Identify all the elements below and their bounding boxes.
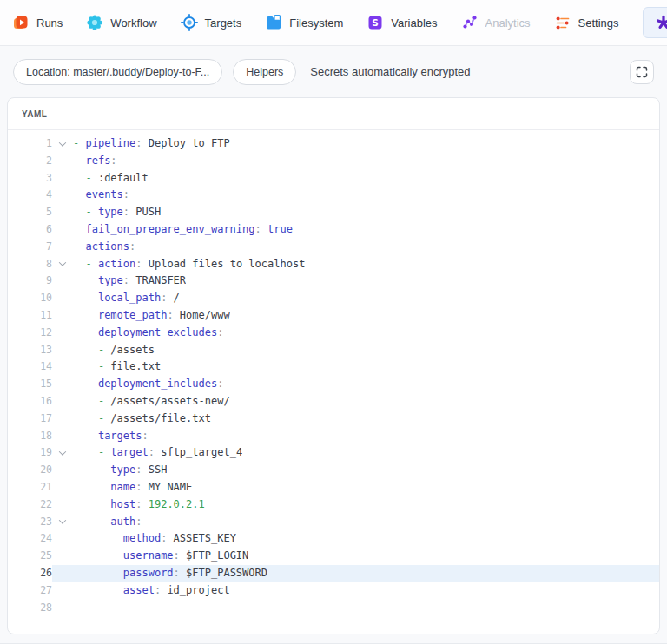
helpers-button[interactable]: Helpers	[233, 59, 296, 85]
code-text: - :default	[73, 170, 149, 187]
code-line[interactable]: 11 remote_path: Home/www	[8, 307, 659, 325]
code-text: type: SSH	[73, 462, 167, 479]
fold-spacer	[52, 376, 73, 393]
runs-icon	[12, 14, 30, 31]
code-line[interactable]: 26 password: $FTP_PASSWORD	[8, 565, 659, 582]
line-number: 1	[8, 135, 52, 153]
nav-item-variables[interactable]: S Variables	[367, 14, 437, 31]
line-number: 16	[8, 393, 52, 411]
line-number: 6	[8, 221, 52, 239]
code-line[interactable]: 4 events:	[8, 187, 659, 204]
code-text: refs:	[73, 153, 117, 170]
fold-spacer	[52, 358, 73, 376]
code-text: deployment_excludes:	[73, 325, 223, 342]
line-number: 22	[8, 496, 52, 514]
code-line[interactable]: 10 local_path: /	[8, 290, 659, 307]
code-line[interactable]: 9 type: TRANSFER	[8, 273, 659, 290]
code-line[interactable]: 21 name: MY NAME	[8, 479, 659, 496]
nav-item-workflow[interactable]: Workflow	[86, 14, 156, 31]
code-text: - file.txt	[73, 358, 161, 376]
nav-item-analytics[interactable]: Analytics	[461, 14, 531, 31]
code-line[interactable]: 13 - /assets	[8, 342, 659, 359]
line-number: 23	[8, 514, 52, 531]
line-number: 27	[8, 582, 52, 600]
nav-item-targets[interactable]: Targets	[181, 14, 242, 31]
code-line[interactable]: 3 - :default	[8, 170, 659, 187]
nav-item-yaml[interactable]: YAML	[643, 7, 667, 38]
line-number: 10	[8, 290, 52, 307]
code-line[interactable]: 12 deployment_excludes:	[8, 325, 659, 342]
analytics-icon	[461, 14, 479, 31]
code-editor[interactable]: 1- pipeline: Deploy to FTP2 refs:3 - :de…	[8, 130, 659, 616]
code-line[interactable]: 28	[8, 600, 659, 617]
code-line[interactable]: 8 - action: Upload files to localhost	[8, 256, 659, 273]
fold-spacer	[52, 342, 73, 359]
code-lines: 1- pipeline: Deploy to FTP2 refs:3 - :de…	[8, 135, 659, 616]
code-text: host: 192.0.2.1	[73, 496, 205, 514]
nav-label: Analytics	[485, 16, 531, 30]
fold-spacer	[52, 273, 73, 290]
code-line[interactable]: 19 - target: sftp_target_4	[8, 444, 659, 462]
code-line[interactable]: 23 auth:	[8, 514, 659, 531]
nav-item-runs[interactable]: Runs	[12, 14, 63, 31]
fold-chevron-icon[interactable]	[52, 444, 73, 462]
location-button[interactable]: Location: master/.buddy/Deploy-to-F...	[13, 59, 222, 85]
code-text: password: $FTP_PASSWORD	[73, 565, 267, 582]
line-number: 11	[8, 307, 52, 325]
code-line[interactable]: 18 targets:	[8, 428, 659, 445]
code-line[interactable]: 25 username: $FTP_LOGIN	[8, 548, 659, 565]
code-text: remote_path: Home/www	[73, 307, 230, 325]
code-line[interactable]: 5 - type: PUSH	[8, 204, 659, 221]
code-text: - /assets	[73, 342, 155, 359]
code-line[interactable]: 22 host: 192.0.2.1	[8, 496, 659, 514]
code-text: local_path: /	[73, 290, 180, 307]
code-text: type: TRANSFER	[73, 273, 186, 290]
nav-item-settings[interactable]: Settings	[554, 14, 619, 31]
fold-chevron-icon[interactable]	[52, 135, 73, 153]
code-line[interactable]: 27 asset: id_project	[8, 582, 659, 600]
line-number: 3	[8, 170, 52, 187]
code-line[interactable]: 2 refs:	[8, 153, 659, 170]
code-line[interactable]: 24 method: ASSETS_KEY	[8, 530, 659, 548]
line-number: 17	[8, 411, 52, 428]
code-line[interactable]: 7 actions:	[8, 239, 659, 256]
fold-spacer	[52, 565, 73, 582]
yaml-icon	[655, 14, 667, 31]
nav-label: Settings	[578, 16, 619, 30]
fold-spacer	[52, 170, 73, 187]
code-line[interactable]: 15 deployment_includes:	[8, 376, 659, 393]
nav-label: Targets	[205, 16, 242, 30]
nav-item-filesystem[interactable]: Filesystem	[265, 14, 343, 31]
code-text: targets:	[73, 428, 149, 445]
fullscreen-button[interactable]	[630, 60, 654, 84]
fold-spacer	[52, 600, 73, 617]
code-text: - /assets/file.txt	[73, 411, 211, 428]
line-number: 5	[8, 204, 52, 221]
panel-header: YAML	[8, 98, 659, 130]
fold-chevron-icon[interactable]	[52, 256, 73, 273]
line-number: 19	[8, 444, 52, 462]
code-text: asset: id_project	[73, 582, 230, 600]
code-text: name: MY NAME	[73, 479, 192, 496]
fold-spacer	[52, 290, 73, 307]
line-number: 8	[8, 256, 52, 273]
code-text: - target: sftp_target_4	[73, 444, 242, 462]
workflow-icon	[86, 14, 103, 31]
code-line[interactable]: 1- pipeline: Deploy to FTP	[8, 135, 659, 153]
code-line[interactable]: 17 - /assets/file.txt	[8, 411, 659, 428]
code-text: actions:	[73, 239, 135, 256]
fold-spacer	[52, 325, 73, 342]
settings-icon	[554, 14, 571, 31]
fold-chevron-icon[interactable]	[52, 514, 73, 531]
expand-icon	[636, 66, 648, 78]
code-text: - type: PUSH	[73, 204, 161, 221]
line-number: 25	[8, 548, 52, 565]
fold-spacer	[52, 428, 73, 445]
code-line[interactable]: 16 - /assets/assets-new/	[8, 393, 659, 411]
fold-spacer	[52, 462, 73, 479]
code-line[interactable]: 20 type: SSH	[8, 462, 659, 479]
code-text: - action: Upload files to localhost	[73, 256, 305, 273]
line-number: 9	[8, 273, 52, 290]
code-line[interactable]: 6 fail_on_prepare_env_warning: true	[8, 221, 659, 239]
code-line[interactable]: 14 - file.txt	[8, 358, 659, 376]
